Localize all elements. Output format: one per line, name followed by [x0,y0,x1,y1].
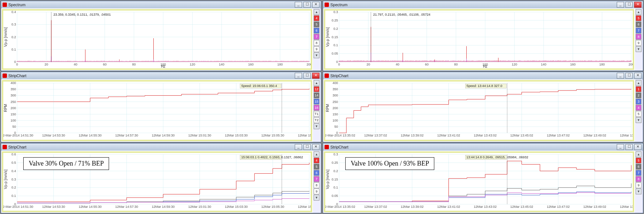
close-button[interactable]: ✕ [312,144,319,150]
legend-chip-9[interactable]: 9 [636,182,641,188]
close-button[interactable]: ✕ [312,73,319,79]
svg-text:400: 400 [333,82,338,85]
legend-chip-8[interactable]: 8 [314,40,319,46]
svg-text:12Mar 13:47:02: 12Mar 13:47:02 [547,134,569,137]
legend-chip-9[interactable]: 9 [636,40,641,46]
window-title: Spectrum [330,3,347,7]
svg-text:13:44:14.8 0.2649, .09515, .05: 13:44:14.8 0.2649, .09515, .05984, .0693… [466,155,528,159]
legend-scroll-down[interactable]: ▼ [314,195,319,201]
svg-text:0.5: 0.5 [11,161,16,165]
legend-chip-7[interactable]: 7 [314,176,319,182]
svg-text:0.3: 0.3 [333,153,338,156]
plot-area[interactable]: 00.10.20.30.40.50.612-Mar-2014 14:51:301… [2,151,312,212]
svg-text:12Mar 14:59:30: 12Mar 14:59:30 [152,205,174,209]
minimize-button[interactable]: _ [295,2,302,8]
legend-scroll-down[interactable]: ▼ [636,117,641,123]
svg-text:40: 40 [396,63,399,66]
legend-chip-6[interactable]: 6 [636,164,641,170]
close-button[interactable]: ✕ [634,144,641,150]
svg-text:12Mar 15:03:30: 12Mar 15:03:30 [225,205,247,209]
svg-text:Vp-p [mm/s]: Vp-p [mm/s] [326,169,330,189]
maximize-button[interactable]: ☐ [625,2,633,8]
legend-chip-4[interactable]: 4 [314,15,319,21]
legend-chip-T2[interactable]: T2 [314,117,319,123]
window-title: StripChart [330,145,349,149]
maximize-button[interactable]: ☐ [303,144,311,150]
legend-chip-9[interactable]: 9 [314,189,319,194]
plot-area[interactable]: 05010015020025030035040012-Mar-2014 14:5… [2,80,312,141]
legend-chip-9[interactable]: 9 [314,46,319,52]
legend-chip-3[interactable]: 3 [636,99,641,104]
legend-scroll-down[interactable]: ▼ [636,189,641,194]
channel-legend: ▲456789▼ [313,8,321,71]
legend-scroll-up[interactable]: ▲ [314,151,319,157]
svg-text:200: 200 [11,106,16,110]
minimize-button[interactable]: _ [617,73,624,79]
legend-chip-5[interactable]: 5 [314,164,319,170]
window-title: StripChart [8,74,27,78]
svg-text:0: 0 [338,63,340,66]
maximize-button[interactable]: ☐ [303,2,311,8]
svg-text:400: 400 [11,82,16,85]
close-button[interactable]: ✕ [634,2,641,8]
legend-chip-T1[interactable]: T1 [314,111,319,117]
legend-chip-8[interactable]: 8 [314,182,319,188]
title-bar[interactable]: StripChart_☐✕ [1,143,321,151]
svg-text:20: 20 [366,63,370,66]
legend-chip-4[interactable]: 4 [314,158,319,163]
title-bar[interactable]: Spectrum_☐✕ [1,1,321,8]
svg-text:23.359, 0.3345, 0.1311, .01379: 23.359, 0.3345, 0.1311, .01379, .04501 [53,13,111,16]
maximize-button[interactable]: ☐ [625,73,633,79]
legend-chip-8[interactable]: 8 [636,34,641,40]
legend-chip-16[interactable]: 16 [314,105,319,111]
maximize-button[interactable]: ☐ [625,144,633,150]
svg-text:12Mar 13:49:02: 12Mar 13:49:02 [583,134,606,137]
legend-chip-12[interactable]: 12 [314,86,319,92]
svg-text:0.1: 0.1 [333,43,338,47]
legend-chip-14[interactable]: 14 [314,92,319,98]
title-bar[interactable]: Spectrum_☐✕ [323,1,643,8]
legend-scroll-up[interactable]: ▲ [314,80,319,86]
minimize-button[interactable]: _ [295,144,302,150]
minimize-button[interactable]: _ [295,73,302,79]
title-bar[interactable]: StripChart_☐✕ [1,72,321,79]
legend-chip-7[interactable]: 7 [314,34,319,40]
legend-chip-1[interactable]: 1 [636,86,641,92]
caption-overlay: Valve 30% Open / 71% BEP [23,157,109,170]
legend-chip-7[interactable]: 7 [636,28,641,33]
legend-chip-5[interactable]: 5 [636,158,641,163]
legend-scroll-up[interactable]: ▲ [314,9,319,15]
app-icon [325,145,329,149]
plot-area[interactable]: 05010015020025030035040012-Mar-2014 13:3… [324,80,634,141]
minimize-button[interactable]: _ [617,2,624,8]
minimize-button[interactable]: _ [617,144,624,150]
plot-area[interactable]: 00.050.10.150.20.250.3020406080100120140… [324,9,634,70]
svg-text:12Mar 13:45:02: 12Mar 13:45:02 [510,134,533,137]
window-body: 00.10.20.30.40.50.612-Mar-2014 14:51:301… [1,151,321,213]
legend-chip-5[interactable]: 5 [314,21,319,27]
legend-scroll-up[interactable]: ▲ [636,151,641,157]
legend-chip-2[interactable]: 2 [636,92,641,98]
plot-area[interactable]: 00.10.20.30.4020406080100120140160180200… [2,9,312,70]
legend-chip-6[interactable]: 6 [314,170,319,176]
legend-scroll-up[interactable]: ▲ [636,80,641,86]
close-button[interactable]: ✕ [312,2,319,8]
legend-chip-5[interactable]: 5 [636,111,641,117]
legend-chip-8[interactable]: 8 [636,176,641,182]
plot-area[interactable]: 00.050.10.150.20.250.312-Mar-2014 13:35:… [324,151,634,212]
close-button[interactable]: ✕ [634,73,641,79]
legend-chip-7[interactable]: 7 [636,170,641,176]
svg-text:12Mar 15:07:30: 12Mar 15:07:30 [298,134,311,137]
legend-chip-4[interactable]: 4 [636,105,641,111]
legend-chip-15[interactable]: 15 [314,99,319,104]
legend-scroll-up[interactable]: ▲ [636,9,641,15]
legend-scroll-down[interactable]: ▼ [314,123,319,129]
title-bar[interactable]: StripChart_☐✕ [323,143,643,151]
legend-chip-6[interactable]: 6 [636,21,641,27]
maximize-button[interactable]: ☐ [303,73,311,79]
legend-chip-6[interactable]: 6 [314,28,319,33]
legend-scroll-down[interactable]: ▼ [636,46,641,52]
legend-chip-5[interactable]: 5 [636,15,641,21]
legend-scroll-down[interactable]: ▼ [314,52,319,58]
title-bar[interactable]: StripChart_☐✕ [323,72,643,79]
